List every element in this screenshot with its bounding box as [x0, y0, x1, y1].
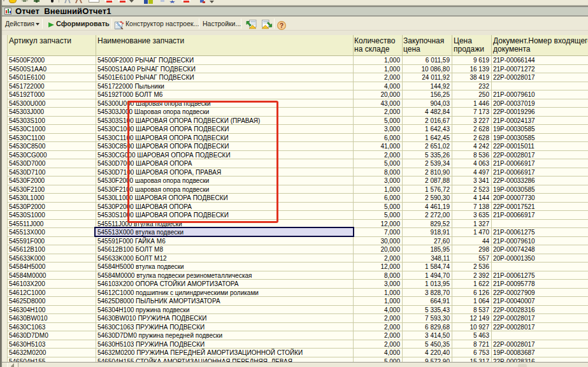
- svg-text:?: ?: [280, 22, 283, 29]
